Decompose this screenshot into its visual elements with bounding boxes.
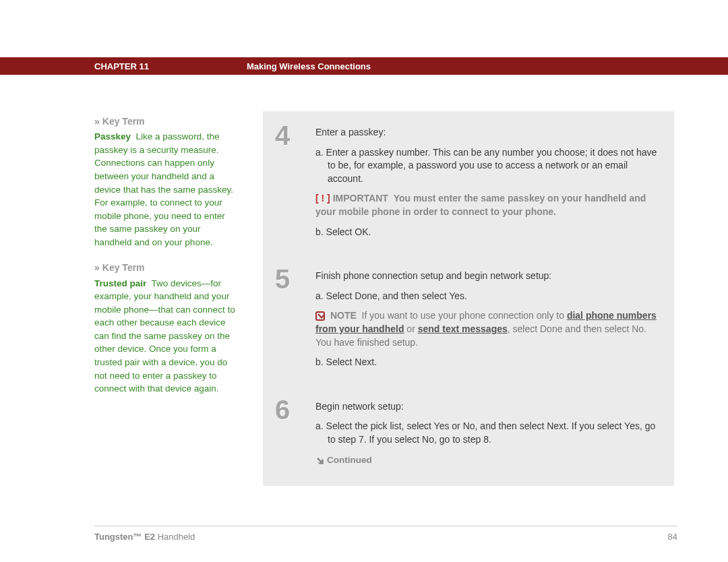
key-term-label: Key Term — [102, 116, 145, 127]
note-label: NOTE — [330, 310, 357, 321]
step-6: 6 Begin network setup: a. Select the pic… — [275, 394, 659, 475]
sidebar-key-terms: »Key Term Passkey Like a password, the p… — [94, 115, 236, 408]
step-5: 5 Finish phone connection setup and begi… — [275, 263, 659, 376]
important-label: IMPORTANT — [333, 193, 388, 204]
step-4: 4 Enter a passkey: a. Enter a passkey nu… — [275, 119, 659, 245]
step-body: Finish phone connection setup and begin … — [315, 263, 659, 376]
page-content: »Key Term Passkey Like a password, the p… — [94, 111, 677, 522]
key-term-body: Passkey Like a password, the passkey is … — [94, 130, 236, 249]
step-substep-b: b. Select Next. — [315, 356, 659, 369]
step-body: Begin network setup: a. Select the pick … — [315, 394, 659, 475]
double-chevron-icon: » — [94, 262, 100, 273]
key-term-name: Passkey — [94, 131, 131, 142]
note-text-mid: or — [404, 323, 417, 334]
important-callout: [ ! ] IMPORTANT You must enter the same … — [315, 192, 659, 218]
key-term-heading: »Key Term — [94, 261, 236, 274]
step-substep-a: a. Select Done, and then select Yes. — [315, 290, 659, 303]
product-name-bold: Tungsten™ E2 — [94, 532, 155, 542]
step-title: Begin network setup: — [315, 400, 659, 414]
chapter-header-bar: CHAPTER 11 Making Wireless Connections — [0, 57, 728, 75]
step-number: 5 — [275, 263, 315, 376]
key-term-label: Key Term — [102, 262, 145, 273]
step-substep-b: b. Select OK. — [315, 226, 659, 239]
product-name: Tungsten™ E2 Handheld — [94, 532, 195, 542]
step-title: Enter a passkey: — [315, 126, 659, 139]
step-number: 6 — [275, 394, 315, 475]
step-title: Finish phone connection setup and begin … — [315, 270, 659, 283]
continued-label: Continued — [327, 455, 372, 465]
step-substep-a: a. Enter a passkey number. This can be a… — [315, 146, 659, 186]
page-number: 84 — [668, 532, 677, 542]
note-callout: NOTE If you want to use your phone conne… — [315, 309, 659, 349]
key-term-heading: »Key Term — [94, 115, 236, 128]
double-chevron-icon: » — [94, 116, 100, 127]
key-term-name: Trusted pair — [94, 278, 146, 288]
continued-indicator: ➔Continued — [315, 454, 659, 468]
product-name-rest: Handheld — [155, 532, 195, 542]
key-term-body: Trusted pair Two devices—for example, yo… — [94, 277, 236, 396]
key-term-block: »Key Term Trusted pair Two devices—for e… — [94, 261, 236, 395]
send-text-link[interactable]: send text messages — [418, 323, 508, 334]
important-bang-icon: [ ! ] — [315, 193, 330, 204]
key-term-block: »Key Term Passkey Like a password, the p… — [94, 115, 236, 249]
key-term-definition: Like a password, the passkey is a securi… — [94, 131, 233, 247]
step-substep-a: a. Select the pick list, select Yes or N… — [315, 420, 659, 446]
note-icon — [315, 311, 325, 321]
page-footer: Tungsten™ E2 Handheld 84 — [94, 526, 677, 542]
step-body: Enter a passkey: a. Enter a passkey numb… — [315, 119, 659, 245]
chapter-title: Making Wireless Connections — [247, 61, 371, 71]
chapter-label: CHAPTER 11 — [94, 61, 149, 71]
step-number: 4 — [275, 119, 315, 245]
note-text-prefix: If you want to use your phone connection… — [362, 310, 567, 321]
main-steps-panel: 4 Enter a passkey: a. Enter a passkey nu… — [263, 111, 674, 486]
key-term-definition: Two devices—for example, your handheld a… — [94, 278, 235, 394]
